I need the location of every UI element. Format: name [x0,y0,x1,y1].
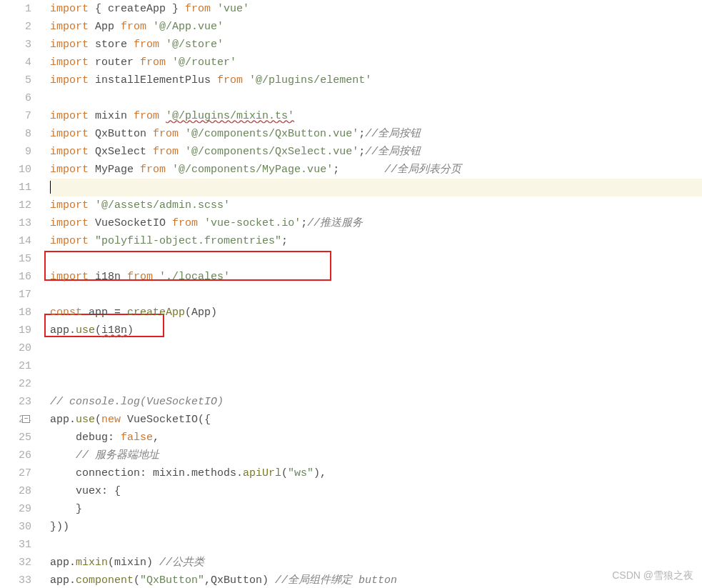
code-line [50,89,702,107]
line-number: 12 [0,196,31,214]
code-line: import VueSocketIO from 'vue-socket.io';… [50,214,702,232]
line-number: 24− [0,411,31,429]
line-number: 6 [0,89,31,107]
code-line: import QxButton from '@/components/QxBut… [50,125,702,143]
line-number: 29 [0,500,31,518]
line-number: 23 [0,393,31,411]
line-number: 7 [0,107,31,125]
line-number: 16 [0,268,31,286]
line-number: 28 [0,482,31,500]
line-number: 21 [0,357,31,375]
code-line: import App from '@/App.vue' [50,18,702,36]
code-line [50,286,702,304]
line-number: 26 [0,447,31,464]
code-line: import i18n from './locales' [50,268,702,286]
watermark: CSDN @雪狼之夜 [612,569,693,582]
line-number: 4 [0,54,31,71]
code-line: debug: false, [50,429,702,447]
code-line: app.mixin(mixin) //公共类 [50,554,702,572]
line-number: 18 [0,304,31,322]
fold-icon[interactable]: − [22,415,30,423]
code-line: import "polyfill-object.fromentries"; [50,232,702,250]
line-number: 11 [0,179,31,196]
code-line: connection: mixin.methods.apiUrl("ws"), [50,464,702,482]
code-editor[interactable]: 123456789101112131415161718192021222324−… [0,0,702,588]
line-number: 8 [0,125,31,143]
line-number: 20 [0,339,31,357]
code-line-active [50,179,702,196]
line-number: 32 [0,554,31,572]
code-line [50,357,702,375]
code-line: vuex: { [50,482,702,500]
line-number: 25 [0,429,31,447]
code-line: import '@/assets/admin.scss' [50,196,702,214]
line-number: 31 [0,536,31,554]
code-line: app.component("QxButton",QxButton) //全局组… [50,572,702,588]
line-number: 3 [0,36,31,54]
code-line: import router from '@/router' [50,54,702,71]
line-number: 1 [0,0,31,18]
code-line: })) [50,518,702,536]
code-line: import MyPage from '@/components/MyPage.… [50,161,702,179]
line-number: 17 [0,286,31,304]
code-line [50,339,702,357]
code-line: import installElementPlus from '@/plugin… [50,71,702,89]
code-line [50,375,702,393]
line-number: 2 [0,18,31,36]
line-number: 22 [0,375,31,393]
code-line [50,536,702,554]
line-number: 33 [0,572,31,588]
line-number: 27 [0,464,31,482]
code-line: import mixin from '@/plugins/mixin.ts' [50,107,702,125]
line-number: 9 [0,143,31,161]
code-line: import store from '@/store' [50,36,702,54]
line-number: 14 [0,232,31,250]
line-number: 15 [0,250,31,268]
code-line: // 服务器端地址 [50,447,702,464]
line-number: 30 [0,518,31,536]
line-number: 19 [0,322,31,339]
code-area[interactable]: import { createApp } from 'vue' import A… [44,0,702,588]
code-line: const app = createApp(App) [50,304,702,322]
code-line: } [50,500,702,518]
cursor-icon [50,181,51,194]
code-line [50,250,702,268]
line-number: 10 [0,161,31,179]
line-number: 13 [0,214,31,232]
code-line: // console.log(VueSocketIO) [50,393,702,411]
line-number-gutter: 123456789101112131415161718192021222324−… [0,0,44,588]
code-line: app.use(new VueSocketIO({ [50,411,702,429]
code-line: import QxSelect from '@/components/QxSel… [50,143,702,161]
line-number: 5 [0,71,31,89]
code-line: import { createApp } from 'vue' [50,0,702,18]
code-line: app.use(i18n) [50,322,702,339]
